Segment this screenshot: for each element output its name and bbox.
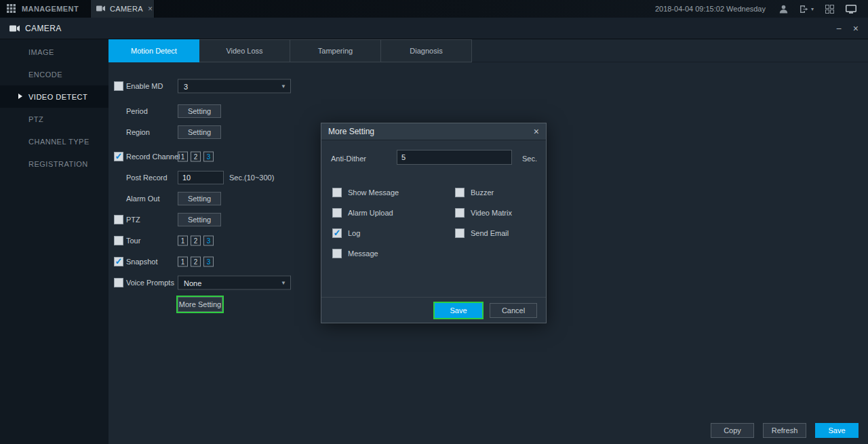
alarm-upload-checkbox[interactable] (332, 208, 342, 218)
dropdown-value: None (184, 279, 201, 287)
window-controls: − × (836, 24, 859, 33)
ptz-setting-button[interactable]: Setting (178, 213, 221, 226)
video-matrix-checkbox[interactable] (455, 208, 465, 218)
channel-1-button[interactable]: 1 (178, 257, 188, 267)
sidebar-item-ptz[interactable]: PTZ (0, 108, 108, 130)
dialog-titlebar: More Setting × (321, 123, 546, 140)
channel-3-button[interactable]: 3 (203, 152, 214, 162)
topbar: MANAGEMENT CAMERA × 2018-04-04 09:15:02 … (0, 0, 868, 18)
sidebar-item-video-detect[interactable]: VIDEO DETECT (0, 85, 108, 108)
option-buzzer: Buzzer (455, 187, 494, 198)
more-setting-button[interactable]: More Setting (178, 297, 222, 312)
enable-md-checkbox[interactable] (114, 81, 123, 91)
chevron-down-icon: ▾ (811, 6, 814, 12)
channel-1-button[interactable]: 1 (178, 236, 188, 246)
sidebar-item-registration[interactable]: REGISTRATION (0, 153, 108, 175)
dropdown-value: 3 (184, 82, 188, 90)
option-alarm-upload: Alarm Upload (332, 207, 393, 218)
sidebar-item-image[interactable]: IMAGE (0, 41, 108, 63)
option-show-message: Show Message (332, 187, 399, 198)
option-send-email: Send Email (455, 228, 509, 239)
region-label: Region (126, 124, 150, 140)
check-icon: ✓ (115, 257, 123, 266)
region-setting-button[interactable]: Setting (178, 125, 221, 139)
voice-prompts-checkbox[interactable] (114, 278, 123, 287)
minimize-icon[interactable]: − (836, 24, 842, 33)
option-label: Log (348, 229, 360, 237)
snapshot-checkbox[interactable]: ✓ (114, 257, 123, 266)
channel-2-button[interactable]: 2 (191, 257, 201, 267)
enable-md-label: Enable MD (126, 78, 163, 94)
period-label: Period (126, 103, 148, 119)
enable-md-channel-dropdown[interactable]: 3 ▼ (178, 79, 291, 94)
record-channel-group: 1 2 3 (178, 152, 214, 162)
show-message-checkbox[interactable] (332, 188, 342, 197)
anti-dither-input[interactable] (397, 150, 512, 165)
row-enable-md: Enable MD 3 ▼ (108, 78, 427, 94)
anti-dither-unit: Sec. (522, 155, 537, 163)
ptz-label: PTZ (126, 211, 140, 228)
tour-label: Tour (126, 233, 140, 249)
record-channel-checkbox[interactable]: ✓ (114, 152, 123, 161)
channel-3-button[interactable]: 3 (203, 236, 214, 246)
close-icon[interactable]: × (534, 127, 539, 136)
channel-2-button[interactable]: 2 (191, 152, 201, 162)
sidebar-item-label: VIDEO DETECT (28, 93, 87, 101)
user-icon[interactable] (779, 5, 788, 14)
save-button[interactable]: Save (815, 423, 859, 438)
row-period: Period Setting (108, 103, 427, 119)
channel-3-button[interactable]: 3 (203, 257, 214, 267)
dialog-cancel-button[interactable]: Cancel (490, 303, 537, 318)
anti-dither-label: Anti-Dither (331, 155, 366, 163)
option-label: Buzzer (471, 188, 494, 197)
post-record-unit: Sec.(10~300) (229, 169, 274, 186)
period-setting-button[interactable]: Setting (178, 104, 221, 118)
close-icon[interactable]: × (148, 5, 153, 13)
option-label: Message (348, 249, 378, 258)
option-label: Video Matrix (471, 209, 512, 217)
option-label: Show Message (348, 188, 399, 197)
split-view-icon[interactable] (825, 5, 834, 14)
log-checkbox[interactable]: ✓ (332, 228, 342, 238)
camera-session-tab[interactable]: CAMERA × (90, 0, 155, 18)
buzzer-checkbox[interactable] (455, 188, 465, 197)
management-menu-button[interactable]: MANAGEMENT (0, 0, 90, 18)
close-icon[interactable]: × (853, 24, 859, 33)
channel-1-button[interactable]: 1 (178, 152, 188, 162)
datetime-display: 2018-04-04 09:15:02 Wednesday (655, 5, 766, 13)
more-setting-dialog: More Setting × Anti-Dither Sec. Show Mes… (321, 123, 547, 323)
apps-grid-icon (7, 4, 16, 14)
chevron-down-icon: ▼ (281, 280, 286, 286)
option-label: Send Email (471, 229, 509, 237)
tour-channel-group: 1 2 3 (178, 236, 214, 246)
camera-icon (9, 22, 20, 35)
ptz-checkbox[interactable] (114, 215, 123, 224)
dialog-save-button[interactable]: Save (435, 303, 482, 318)
camera-icon (96, 5, 105, 13)
option-video-matrix: Video Matrix (455, 207, 512, 218)
logout-icon[interactable]: ▾ (800, 5, 814, 14)
snapshot-channel-group: 1 2 3 (178, 257, 214, 267)
sidebar-item-channel-type[interactable]: CHANNEL TYPE (0, 130, 108, 153)
display-icon[interactable] (846, 5, 856, 14)
message-checkbox[interactable] (332, 249, 342, 258)
refresh-button[interactable]: Refresh (763, 423, 806, 438)
copy-button[interactable]: Copy (711, 423, 754, 438)
sidebar-item-encode[interactable]: ENCODE (0, 63, 108, 85)
dialog-title: More Setting (328, 127, 374, 136)
send-email-checkbox[interactable] (455, 228, 465, 238)
sidebar-item-label: ENCODE (28, 70, 62, 79)
sidebar-item-label: CHANNEL TYPE (28, 138, 90, 146)
post-record-input[interactable] (178, 171, 224, 184)
voice-prompts-label: Voice Prompts (126, 275, 174, 291)
channel-2-button[interactable]: 2 (191, 236, 201, 246)
chevron-down-icon: ▼ (281, 83, 286, 89)
dialog-footer: Save Cancel (321, 297, 546, 323)
sidebar-item-label: REGISTRATION (28, 160, 88, 168)
alarm-out-setting-button[interactable]: Setting (178, 192, 221, 205)
tour-checkbox[interactable] (114, 236, 123, 245)
window-titlebar: CAMERA − × (0, 18, 868, 39)
snapshot-label: Snapshot (126, 254, 157, 270)
footer-actions: Copy Refresh Save (711, 423, 859, 438)
voice-prompts-dropdown[interactable]: None ▼ (178, 276, 291, 290)
